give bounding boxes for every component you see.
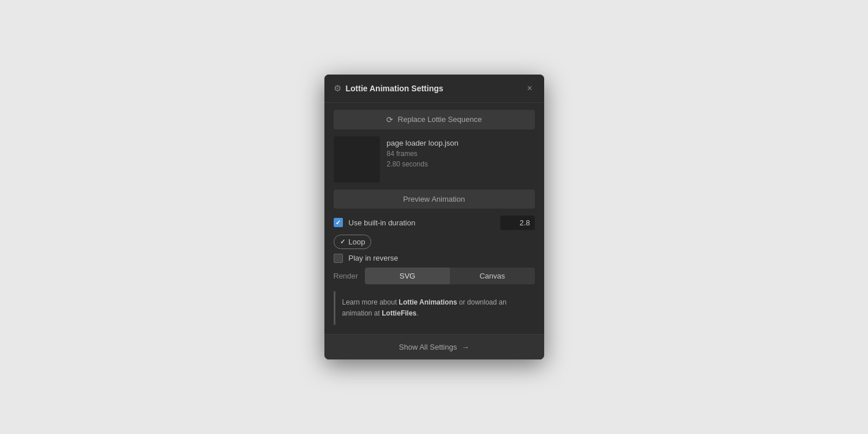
info-box: Learn more about Lottie Animations or do…: [334, 291, 535, 325]
replace-button-label: Replace Lottie Sequence: [398, 115, 482, 124]
render-canvas-button[interactable]: Canvas: [450, 268, 535, 284]
render-row: Render SVG Canvas: [334, 268, 535, 284]
duration-input[interactable]: [500, 216, 535, 230]
show-all-settings-label: Show All Settings: [399, 343, 457, 351]
file-name: page loader loop.json: [387, 139, 459, 147]
dialog-body: ⟳ Replace Lottie Sequence page loader lo…: [324, 103, 544, 334]
gear-icon: ⚙: [334, 83, 341, 94]
file-info-row: page loader loop.json 84 frames 2.80 sec…: [334, 136, 535, 183]
close-button[interactable]: ×: [525, 83, 534, 94]
render-svg-button[interactable]: SVG: [365, 268, 450, 284]
file-duration: 2.80 seconds: [387, 160, 459, 168]
dialog-title: Lottie Animation Settings: [346, 84, 444, 93]
play-in-reverse-checkbox[interactable]: [334, 254, 343, 263]
file-details: page loader loop.json 84 frames 2.80 sec…: [387, 136, 459, 168]
info-text-after: .: [416, 309, 418, 317]
settings-section: Use built-in duration ✓ Loop Play in rev…: [334, 216, 535, 284]
render-label: Render: [334, 272, 359, 280]
file-frames: 84 frames: [387, 150, 459, 158]
dialog-header: ⚙ Lottie Animation Settings ×: [324, 75, 544, 103]
play-in-reverse-row: Play in reverse: [334, 254, 535, 263]
info-text-before-link1: Learn more about: [342, 298, 399, 306]
loop-checkmark: ✓: [340, 238, 345, 246]
show-all-settings-arrow: →: [461, 343, 469, 351]
preview-animation-button[interactable]: Preview Animation: [334, 190, 535, 209]
play-in-reverse-label: Play in reverse: [349, 254, 535, 262]
replace-icon: ⟳: [386, 115, 393, 124]
loop-label: Loop: [349, 238, 365, 246]
replace-button[interactable]: ⟳ Replace Lottie Sequence: [334, 110, 535, 129]
file-thumbnail: [334, 136, 380, 183]
lottiefiles-link[interactable]: LottieFiles: [382, 309, 416, 317]
lottie-settings-dialog: ⚙ Lottie Animation Settings × ⟳ Replace …: [324, 75, 544, 359]
loop-row: ✓ Loop: [334, 235, 535, 249]
dialog-footer: Show All Settings →: [324, 334, 544, 359]
lottie-animations-link[interactable]: Lottie Animations: [399, 298, 457, 306]
show-all-settings-button[interactable]: Show All Settings →: [324, 335, 544, 359]
render-options: SVG Canvas: [365, 268, 534, 284]
loop-badge[interactable]: ✓ Loop: [334, 235, 372, 249]
use-builtin-duration-checkbox[interactable]: [334, 218, 343, 227]
use-builtin-duration-label: Use built-in duration: [349, 218, 494, 227]
title-group: ⚙ Lottie Animation Settings: [334, 83, 444, 94]
use-builtin-duration-row: Use built-in duration: [334, 216, 535, 230]
